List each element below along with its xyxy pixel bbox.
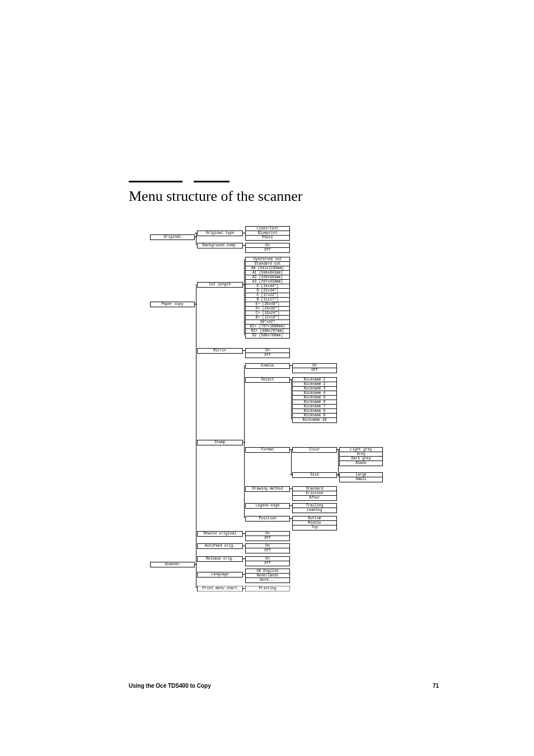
col2-mirror: Mirror <box>197 348 243 354</box>
color-black: Black <box>339 461 383 466</box>
col2-language: Language <box>197 572 243 577</box>
release-off: Off <box>245 561 290 566</box>
col1-scanner: Scanner <box>150 562 195 567</box>
stamp-legend-edge: Legend edge <box>245 503 290 509</box>
lang-more: more... <box>245 577 290 583</box>
nickname-10: Nickname 10 <box>292 417 337 423</box>
printing-dotted: Printing <box>245 586 290 591</box>
col2-background-comp: Background comp. <box>197 243 243 248</box>
mirror-off: Off <box>245 353 290 358</box>
stamp-enable: Enable <box>245 363 290 369</box>
col2-stamp: Stamp <box>197 440 243 445</box>
stamp-select: Select <box>245 377 290 383</box>
pos-top: Top <box>292 525 337 530</box>
cut-b2: B2 (500x700mm) <box>245 333 290 339</box>
size-small: Small <box>339 477 383 482</box>
menu-structure-diagram: Original Paper copy Scanner Original typ… <box>130 226 404 614</box>
enable-off: Off <box>292 368 337 373</box>
col1-paper-copy: Paper copy <box>150 302 195 307</box>
page-footer: Using the Océ TDS400 to Copy 71 <box>129 683 439 689</box>
opt-bgcomp-off: Off <box>245 247 290 253</box>
col2-cut-length: Cut length <box>197 282 243 288</box>
col1-original: Original <box>150 234 195 240</box>
stamp-drawing-method: Drawing method <box>245 486 290 492</box>
stamp-format: Format <box>245 447 290 453</box>
col2-release-orig: Release orig. <box>197 556 243 562</box>
col2-print-menu-chart: Print menu chart <box>197 586 243 591</box>
rewind-off: Off <box>245 536 290 541</box>
col2-rewind-original: Rewind original <box>197 531 243 537</box>
dm-afnor: Afnor <box>292 495 337 501</box>
section-header: Menu structure of the scanner <box>129 177 409 205</box>
le-leading: Leading <box>292 508 337 513</box>
col2-original-type: Original type <box>197 231 243 236</box>
autofeed-off: Off <box>245 548 290 553</box>
footer-text: Using the Océ TDS400 to Copy <box>129 683 211 689</box>
format-size: Size <box>292 472 337 478</box>
page-number: 71 <box>433 683 439 689</box>
format-color: Color <box>292 447 337 453</box>
opt-photo: Photo <box>245 235 290 241</box>
stamp-position: Position <box>245 516 290 522</box>
col2-autofeed-orig: Autofeed orig. <box>197 543 243 549</box>
page-title: Menu structure of the scanner <box>129 188 409 205</box>
